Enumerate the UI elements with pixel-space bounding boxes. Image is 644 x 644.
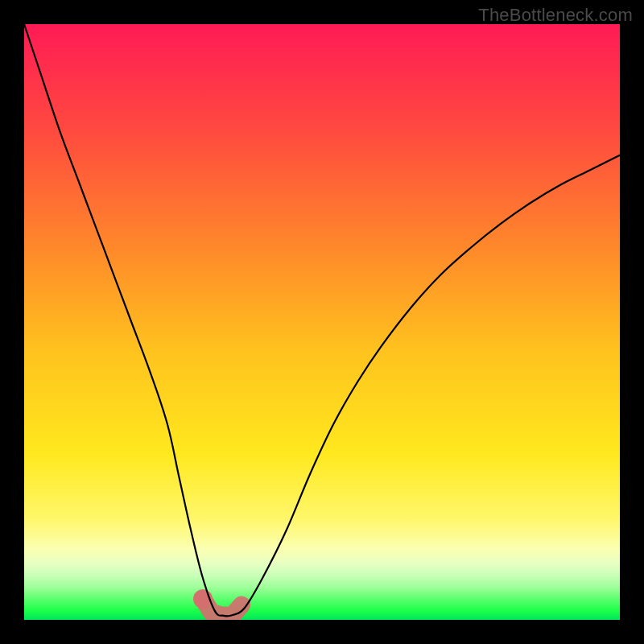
curve-layer: [24, 24, 620, 620]
chart-root: TheBottleneck.com: [0, 0, 644, 644]
bottleneck-curve: [24, 24, 620, 616]
watermark-label: TheBottleneck.com: [478, 5, 633, 26]
plot-area: [24, 24, 620, 620]
